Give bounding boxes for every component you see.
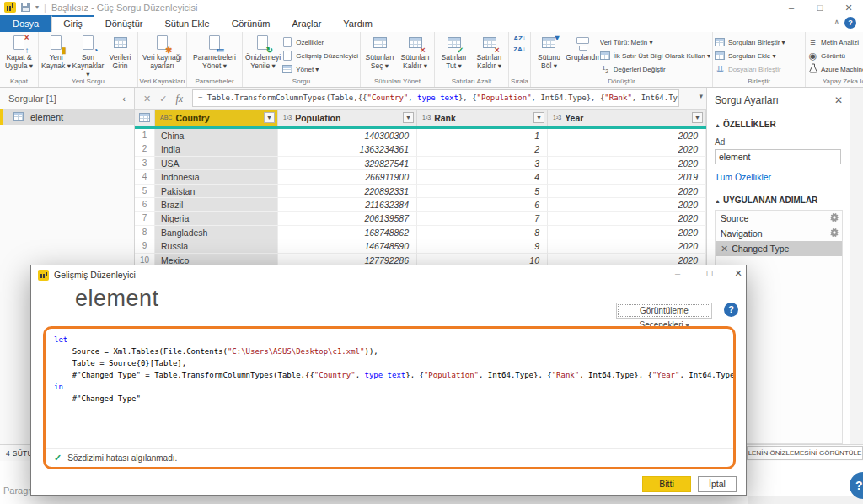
tab-giris[interactable]: Giriş <box>51 15 94 32</box>
column-header-year[interactable]: 1²3 Year ▼ <box>548 110 706 126</box>
replace-values-button[interactable]: ¹₂ Değerleri Değiştir <box>600 63 710 75</box>
commit-formula-icon[interactable]: ✓ <box>159 94 167 105</box>
table-cell[interactable]: 266911900 <box>278 170 417 184</box>
table-cell[interactable]: China <box>155 129 278 142</box>
recent-sources-button[interactable]: ◔ Son Kaynaklar ▾ <box>72 35 104 78</box>
table-cell[interactable]: 2020 <box>548 212 706 225</box>
table-cell[interactable]: 5 <box>135 185 155 198</box>
m-code-editor[interactable]: let Source = Xml.Tables(File.Contents("C… <box>43 326 736 469</box>
table-cell[interactable]: Bangladesh <box>155 226 278 239</box>
choose-columns-button[interactable]: Sütunları Seç ▾ <box>362 35 397 71</box>
table-cell[interactable]: 2 <box>135 142 155 156</box>
table-cell[interactable]: 2 <box>417 142 548 156</box>
display-options-dropdown[interactable]: Görüntüleme Seçenekleri ▾ <box>616 303 712 319</box>
table-cell[interactable]: 5 <box>417 185 548 198</box>
table-cell[interactable]: 8 <box>417 226 548 239</box>
filter-icon[interactable]: ▼ <box>692 112 703 123</box>
vision-button[interactable]: ◉ Görüntü <box>807 50 863 62</box>
tab-araclar[interactable]: Araçlar <box>281 15 333 32</box>
help-icon[interactable]: ? <box>844 17 856 29</box>
remove-columns-button[interactable]: × Sütunları Kaldır ▾ <box>398 35 432 71</box>
select-all-corner[interactable] <box>135 110 155 126</box>
azure-ml-button[interactable]: Azure Machine Learning <box>807 63 863 75</box>
tab-dosya[interactable]: Dosya <box>0 15 51 32</box>
collapse-ribbon-icon[interactable]: ∧ <box>834 18 839 26</box>
applied-step-navigation[interactable]: Navigation <box>716 226 842 241</box>
tab-gorunum[interactable]: Görünüm <box>221 15 281 32</box>
table-cell[interactable]: 2019 <box>548 170 706 184</box>
table-cell[interactable]: 329827541 <box>278 157 417 170</box>
step-settings-gear-icon[interactable] <box>830 213 839 223</box>
table-cell[interactable]: 2020 <box>548 239 706 253</box>
table-cell[interactable]: 211632384 <box>278 198 417 212</box>
table-cell[interactable]: Nigeria <box>155 212 278 225</box>
table-cell[interactable]: 3 <box>135 157 155 170</box>
cancel-button[interactable]: İptal <box>698 476 737 492</box>
table-cell[interactable]: 2020 <box>548 157 706 170</box>
table-cell[interactable]: 140300300 <box>278 129 417 142</box>
filter-icon[interactable]: ▼ <box>264 112 275 123</box>
table-cell[interactable]: 8 <box>135 226 155 239</box>
enter-data-button[interactable]: Verileri Girin <box>105 35 136 71</box>
table-cell[interactable]: 206139587 <box>278 212 417 225</box>
new-source-button[interactable]: ▮ Yeni Kaynak ▾ <box>40 35 72 71</box>
remove-rows-button[interactable]: × Satırları Kaldır ▾ <box>472 35 507 71</box>
table-cell[interactable]: 2020 <box>548 198 706 212</box>
delete-step-icon[interactable]: ✕ <box>721 244 728 255</box>
table-cell[interactable]: USA <box>155 157 278 170</box>
advanced-editor-button[interactable]: Gelişmiş Düzenleyici <box>282 50 358 62</box>
done-button[interactable]: Bitti <box>642 476 691 492</box>
formula-input[interactable]: = Table.TransformColumnTypes(Table,{{"Co… <box>192 89 679 107</box>
group-by-button[interactable]: Gruplandır <box>566 35 599 62</box>
properties-button[interactable]: Özellikler <box>282 36 358 48</box>
step-settings-gear-icon[interactable] <box>830 228 839 239</box>
table-cell[interactable]: 3 <box>417 157 548 170</box>
merge-queries-button[interactable]: Sorguları Birleştir ▾ <box>715 36 785 48</box>
split-column-button[interactable]: ▾ Sütunu Böl ▾ <box>533 35 566 71</box>
table-cell[interactable]: Pakistan <box>155 185 278 198</box>
manage-parameters-button[interactable]: ≔ Parametreleri Yönet ▾ <box>189 35 240 71</box>
table-cell[interactable]: 1 <box>135 129 155 142</box>
cancel-formula-icon[interactable]: ✕ <box>143 94 151 105</box>
close-and-apply-button[interactable]: ×↑ Kapat & Uygula ▾ <box>2 35 36 71</box>
table-cell[interactable]: 168748862 <box>278 226 417 239</box>
table-cell[interactable]: 7 <box>135 212 155 225</box>
refresh-preview-button[interactable]: ↻ Önizlemeyi Yenile ▾ <box>244 35 281 71</box>
table-cell[interactable]: Indonesia <box>155 170 278 184</box>
all-properties-link[interactable]: Tüm Özellikler <box>715 172 843 182</box>
expand-formula-icon[interactable]: ▾ <box>699 92 703 100</box>
data-type-button[interactable]: Veri Türü: Metin ▾ <box>600 36 710 48</box>
tab-yardim[interactable]: Yardım <box>332 15 383 32</box>
text-analytics-button[interactable]: ≡ Metin Analizi <box>807 36 863 48</box>
sort-descending-button[interactable]: ZA↓ <box>513 46 526 53</box>
table-cell[interactable]: 146748590 <box>278 239 417 253</box>
maximize-button[interactable]: □ <box>806 0 834 15</box>
applied-step-changed-type[interactable]: ✕Changed Type <box>716 241 842 256</box>
keep-rows-button[interactable]: ✓ Satırları Tut ▾ <box>437 35 471 71</box>
table-cell[interactable]: Russia <box>155 239 278 253</box>
table-cell[interactable]: 2020 <box>548 129 706 142</box>
table-cell[interactable]: 2020 <box>548 185 706 198</box>
filter-icon[interactable]: ▼ <box>403 112 414 123</box>
use-first-row-as-headers-button[interactable]: İlk Satır Üst Bilgi Olarak Kullan ▾ <box>600 50 710 62</box>
append-queries-button[interactable]: Sorguları Ekle ▾ <box>715 50 785 62</box>
close-button[interactable]: ✕ <box>834 0 863 15</box>
data-source-settings-button[interactable]: ✱ Veri kaynağı ayarları <box>140 35 185 71</box>
sort-ascending-button[interactable]: AZ↓ <box>513 35 526 42</box>
minimize-button[interactable]: – <box>777 0 806 15</box>
table-cell[interactable]: 1 <box>417 129 548 142</box>
collapse-pane-icon[interactable]: ‹ <box>122 94 126 104</box>
table-cell[interactable]: 220892331 <box>278 185 417 198</box>
column-header-rank[interactable]: 1²3 Rank ▼ <box>417 110 548 126</box>
filter-icon[interactable]: ▼ <box>533 112 544 123</box>
applied-step-source[interactable]: Source <box>716 211 842 226</box>
table-cell[interactable]: 9 <box>135 239 155 253</box>
table-cell[interactable]: 2020 <box>548 226 706 239</box>
dialog-help-icon[interactable]: ? <box>724 303 738 317</box>
table-cell[interactable]: 1363234361 <box>278 142 417 156</box>
table-cell[interactable]: 9 <box>417 239 548 253</box>
close-pane-icon[interactable]: ✕ <box>834 94 843 106</box>
dialog-maximize-button[interactable]: □ <box>697 268 722 278</box>
table-cell[interactable]: Brazil <box>155 198 278 212</box>
save-icon[interactable] <box>21 3 30 12</box>
